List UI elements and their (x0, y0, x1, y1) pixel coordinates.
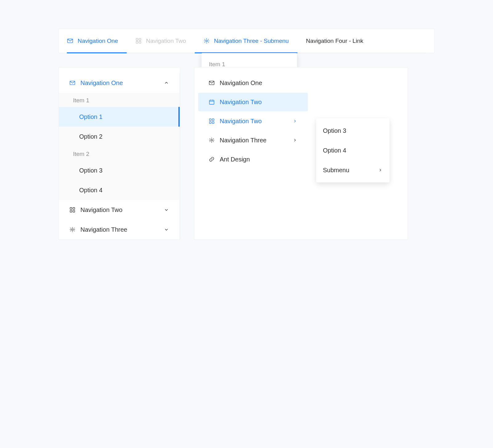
vertical-menu-card: Navigation One Navigation Two Navigation… (194, 67, 408, 240)
chevron-down-icon (164, 227, 169, 232)
setting-icon (69, 226, 75, 233)
inline-option-3[interactable]: Option 3 (59, 161, 180, 180)
vmenu-nav-three[interactable]: Navigation Three (198, 131, 308, 149)
chevron-down-icon (164, 207, 169, 213)
vmenu-nav-two-sub-label: Navigation Two (220, 118, 262, 125)
nav-one[interactable]: Navigation One (67, 29, 127, 53)
vmenu-ant-design-label: Ant Design (220, 156, 250, 163)
vmenu-nav-one-label: Navigation One (220, 79, 262, 87)
inline-menu: Navigation One Item 1 Option 1 Option 2 … (59, 73, 180, 239)
chevron-right-icon (292, 138, 297, 143)
vmenu-ant-design[interactable]: Ant Design (198, 150, 308, 169)
nav-four-link[interactable]: Navigation Four - Link (297, 29, 372, 53)
vertical-menu: Navigation One Navigation Two Navigation… (194, 74, 312, 169)
popout-option-3[interactable]: Option 3 (316, 121, 389, 141)
vmenu-nav-two-sub[interactable]: Navigation Two (198, 112, 308, 130)
popout-submenu-label: Submenu (323, 167, 349, 174)
horizontal-menu: Navigation One Navigation Two Navigation… (67, 29, 426, 53)
popout-option-4-label: Option 4 (323, 147, 346, 154)
chevron-up-icon (164, 80, 169, 86)
appstore-icon (135, 38, 142, 44)
inline-nav-one-submenu: Item 1 Option 1 Option 2 Item 2 Option 3… (59, 93, 180, 200)
inline-group-2: Item 2 (59, 146, 180, 161)
mail-icon (67, 38, 73, 44)
inline-option-2[interactable]: Option 2 (59, 127, 180, 146)
vmenu-nav-one[interactable]: Navigation One (198, 74, 308, 92)
nav-two: Navigation Two (127, 29, 195, 53)
inline-option-4[interactable]: Option 4 (59, 180, 180, 200)
calendar-icon (209, 99, 215, 105)
popout-option-3-label: Option 3 (323, 127, 346, 134)
nav-four-label: Navigation Four - Link (306, 38, 363, 44)
vmenu-nav-three-label: Navigation Three (220, 137, 267, 144)
popout-submenu[interactable]: Submenu (316, 160, 389, 180)
inline-group-1: Item 1 (59, 93, 180, 107)
nav-one-label: Navigation One (78, 38, 118, 44)
vmenu-popout: Option 3 Option 4 Submenu (316, 118, 389, 182)
mail-icon (209, 80, 215, 86)
chevron-right-icon (378, 168, 383, 173)
vmenu-nav-two-selected-label: Navigation Two (220, 99, 262, 106)
appstore-icon (209, 118, 215, 124)
nav-three-label: Navigation Three - Submenu (214, 38, 289, 44)
inline-nav-two[interactable]: Navigation Two (59, 200, 180, 220)
chevron-right-icon (292, 119, 297, 124)
nav-three-submenu[interactable]: Navigation Three - Submenu (195, 29, 298, 53)
inline-nav-one[interactable]: Navigation One (59, 73, 180, 93)
setting-icon (203, 38, 210, 44)
setting-icon (209, 137, 215, 143)
appstore-icon (69, 207, 75, 213)
mail-icon (69, 80, 75, 86)
vmenu-nav-two-selected[interactable]: Navigation Two (198, 93, 308, 111)
link-icon (209, 156, 215, 162)
popout-option-4[interactable]: Option 4 (316, 141, 389, 160)
inline-nav-three-label: Navigation Three (80, 226, 127, 233)
inline-menu-card: Navigation One Item 1 Option 1 Option 2 … (59, 67, 180, 240)
horizontal-menu-card: Navigation One Navigation Two Navigation… (59, 29, 434, 53)
inline-option-1[interactable]: Option 1 (59, 107, 180, 127)
inline-nav-three[interactable]: Navigation Three (59, 220, 180, 239)
inline-nav-one-label: Navigation One (80, 79, 123, 87)
nav-two-label: Navigation Two (146, 38, 186, 44)
inline-nav-two-label: Navigation Two (80, 206, 122, 214)
